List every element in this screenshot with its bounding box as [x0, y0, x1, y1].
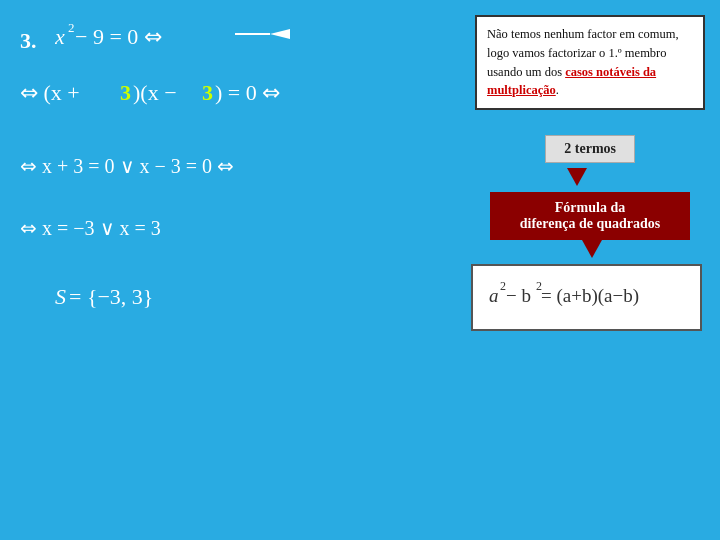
formula-box: a 2 − b 2 = (a+b)(a−b): [471, 264, 702, 331]
svg-text:⇔ (x +: ⇔ (x +: [20, 80, 80, 105]
formula-label-line1: Fórmula da: [506, 200, 674, 216]
termos-box: 2 termos: [545, 135, 635, 163]
arrow-down-1: [567, 168, 587, 186]
svg-text:− 9 = 0 ⇔: − 9 = 0 ⇔: [75, 24, 162, 49]
svg-text:⇔ x = −3 ∨ x = 3: ⇔ x = −3 ∨ x = 3: [20, 217, 161, 239]
svg-text:⇔ x + 3 = 0 ∨ x − 3 = 0 ⇔: ⇔ x + 3 = 0 ∨ x − 3 = 0 ⇔: [20, 155, 234, 177]
formula-label-box: Fórmula da diferença de quadrados: [490, 192, 690, 240]
info-suffix: .: [556, 83, 559, 97]
problem-number: 3.: [20, 28, 37, 54]
svg-marker-3: [270, 29, 290, 39]
info-box: Não temos nenhum factor em comum, logo v…: [475, 15, 705, 110]
svg-text:x: x: [55, 24, 65, 49]
svg-text:− b: − b: [506, 285, 531, 306]
svg-text:2: 2: [68, 20, 75, 35]
math-line-1: x 2 − 9 = 0 ⇔: [55, 14, 335, 59]
svg-text:3: 3: [202, 80, 213, 105]
math-line-3: ⇔ x + 3 = 0 ∨ x − 3 = 0 ⇔: [20, 143, 360, 188]
formula-label-line2: diferença de quadrados: [506, 216, 674, 232]
svg-text:)(x −: )(x −: [133, 80, 177, 105]
formula-svg: a 2 − b 2 = (a+b)(a−b): [489, 276, 684, 314]
math-line-5: S = {−3, 3}: [55, 274, 275, 319]
math-line-4: ⇔ x = −3 ∨ x = 3: [20, 205, 300, 250]
termos-label: 2 termos: [564, 141, 616, 156]
svg-text:= (a+b)(a−b): = (a+b)(a−b): [541, 285, 639, 307]
svg-text:3: 3: [120, 80, 131, 105]
math-line-2: ⇔ (x + 3 )(x − 3 ) = 0 ⇔: [20, 68, 360, 118]
svg-text:S: S: [55, 284, 66, 309]
svg-text:) = 0 ⇔: ) = 0 ⇔: [215, 80, 280, 105]
svg-text:a: a: [489, 285, 499, 306]
arrow-down-2: [582, 240, 602, 258]
svg-text:= {−3, 3}: = {−3, 3}: [69, 284, 153, 309]
